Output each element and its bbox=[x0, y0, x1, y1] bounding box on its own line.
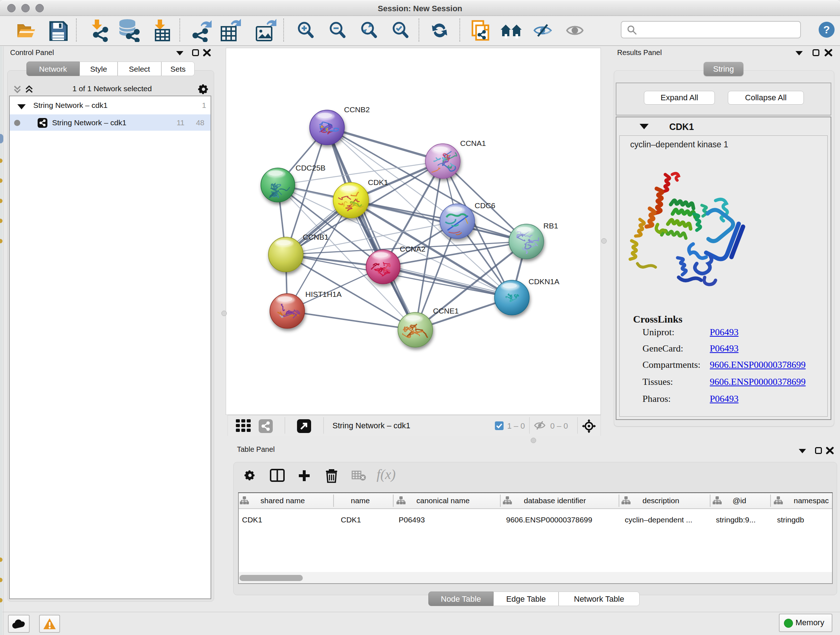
svg-text:CDK1: CDK1 bbox=[368, 178, 388, 187]
svg-text:HIST1H1A: HIST1H1A bbox=[305, 290, 341, 298]
svg-text:RB1: RB1 bbox=[543, 222, 558, 230]
svg-text:CDC25B: CDC25B bbox=[295, 164, 325, 172]
svg-text:CCNB1: CCNB1 bbox=[303, 233, 328, 241]
svg-text:CCNB2: CCNB2 bbox=[344, 105, 370, 114]
svg-text:CCNA1: CCNA1 bbox=[460, 139, 486, 147]
svg-text:CCNA2: CCNA2 bbox=[400, 245, 425, 253]
svg-text:?: ? bbox=[823, 24, 830, 35]
svg-text:CDC6: CDC6 bbox=[475, 201, 495, 210]
svg-text:CCNE1: CCNE1 bbox=[433, 307, 459, 315]
svg-text:CDKN1A: CDKN1A bbox=[529, 277, 559, 286]
